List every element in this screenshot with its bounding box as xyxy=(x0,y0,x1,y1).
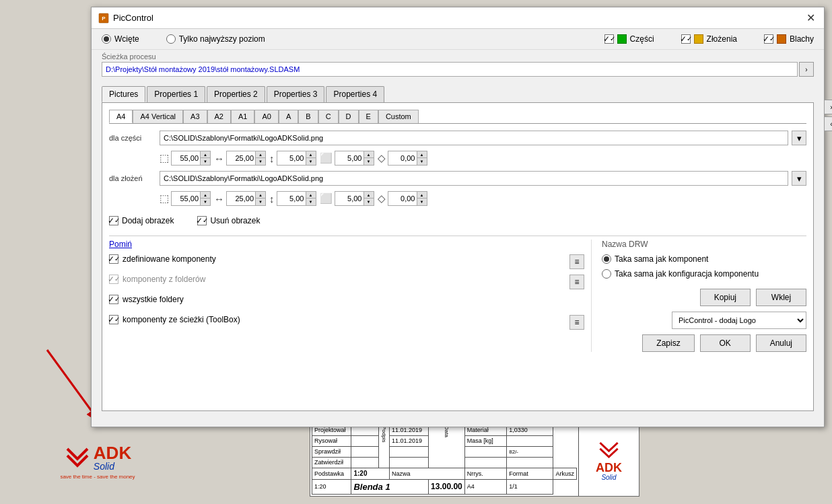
svg-text:P: P xyxy=(102,15,106,22)
zdim5-down[interactable]: ▼ xyxy=(417,199,427,205)
zdim3-up[interactable]: ▲ xyxy=(306,192,316,199)
drw-option1[interactable]: Taka sama jak komponent xyxy=(602,254,806,264)
dodaj-obrazek-checkbox[interactable]: ✓ xyxy=(109,216,118,225)
dim2-down[interactable]: ▼ xyxy=(256,158,265,165)
zdim3-spinner[interactable]: ▲ ▼ xyxy=(277,191,316,206)
format-tab-b[interactable]: B xyxy=(298,110,318,123)
toolbox-checkbox[interactable]: ✓ xyxy=(109,315,118,324)
dla-czesci-dropdown-btn[interactable]: ▾ xyxy=(792,131,806,145)
dim4-down[interactable]: ▼ xyxy=(364,158,374,165)
drw-radio2[interactable] xyxy=(602,269,611,279)
dim1-down[interactable]: ▼ xyxy=(201,158,210,165)
dim3-down[interactable]: ▼ xyxy=(306,158,316,165)
tab-properties2[interactable]: Properties 2 xyxy=(207,86,265,102)
dla-czesci-input[interactable] xyxy=(160,131,788,145)
usun-obrazek-checkbox[interactable]: ✓ xyxy=(197,216,207,225)
piccontrol-dropdown[interactable]: PicControl - dodaj Logo xyxy=(672,312,806,329)
wcięte-radio[interactable] xyxy=(102,34,111,44)
dim4-spinner[interactable]: ▲ ▼ xyxy=(335,151,374,166)
zdim3-input[interactable] xyxy=(277,192,306,205)
close-button[interactable]: ✕ xyxy=(804,11,817,25)
zdim1-up[interactable]: ▲ xyxy=(201,192,210,199)
drw-radio1[interactable] xyxy=(602,254,611,264)
zdim4-down[interactable]: ▼ xyxy=(364,199,374,205)
zdim1-down[interactable]: ▼ xyxy=(201,199,210,205)
wklej-button[interactable]: Wklej xyxy=(756,289,806,306)
foldery-checkbox[interactable]: ✓ xyxy=(109,275,118,284)
zdefiniowane-checkbox[interactable]: ✓ xyxy=(109,254,118,264)
blachy-checkbox-group[interactable]: ✓ Blachy xyxy=(764,34,814,44)
dim1-spinner[interactable]: ▲ ▼ xyxy=(171,151,211,166)
tab-properties3[interactable]: Properties 3 xyxy=(267,86,325,102)
dim2-item: ↔ ▲ ▼ xyxy=(214,151,266,166)
zdim5-item: ◇ ▲ ▼ xyxy=(378,191,427,206)
format-tab-a0[interactable]: A0 xyxy=(254,110,278,123)
dim2-spinner[interactable]: ▲ ▼ xyxy=(226,151,266,166)
format-tab-a2[interactable]: A2 xyxy=(207,110,231,123)
dim5-input[interactable] xyxy=(388,151,417,165)
dim3-up[interactable]: ▲ xyxy=(306,151,316,158)
side-nav-btn1[interactable]: › xyxy=(824,100,832,114)
zdim4-up[interactable]: ▲ xyxy=(364,192,374,199)
format-tab-c[interactable]: C xyxy=(318,110,339,123)
dim2-up[interactable]: ▲ xyxy=(256,151,265,158)
wszystkie-checkbox[interactable]: ✓ xyxy=(109,295,118,304)
zdim5-up[interactable]: ▲ xyxy=(417,192,427,199)
side-nav-btn2[interactable]: ‹ xyxy=(824,116,832,131)
format-tab-a1[interactable]: A1 xyxy=(231,110,254,123)
kopiuj-button[interactable]: Kopiuj xyxy=(700,289,751,306)
tab-properties4[interactable]: Properties 4 xyxy=(326,86,384,102)
czesci-checkbox[interactable]: ✓ xyxy=(604,34,614,44)
format-tab-e[interactable]: E xyxy=(359,110,378,123)
blachy-checkbox[interactable]: ✓ xyxy=(764,34,773,44)
zdim5-spinner[interactable]: ▲ ▼ xyxy=(388,191,427,206)
dim5-up[interactable]: ▲ xyxy=(417,151,427,158)
dim1-up[interactable]: ▲ xyxy=(201,151,210,158)
ok-button[interactable]: OK xyxy=(700,334,751,352)
tylko-najwyższy-option[interactable]: Tylko najwyższy poziom xyxy=(166,34,265,44)
zdim3-down[interactable]: ▼ xyxy=(306,199,316,205)
zlozenia-checkbox[interactable]: ✓ xyxy=(681,34,691,44)
zdim5-input[interactable] xyxy=(388,192,417,205)
wcięte-option[interactable]: Wcięte xyxy=(102,34,139,44)
format-tab-custom[interactable]: Custom xyxy=(378,110,419,123)
zdim1-input[interactable] xyxy=(172,192,200,205)
path-nav-button[interactable]: › xyxy=(799,62,814,77)
format-tab-a4v[interactable]: A4 Vertical xyxy=(133,110,183,123)
dim2-input[interactable] xyxy=(227,151,255,165)
zdefiniowane-list-btn[interactable]: ≡ xyxy=(569,254,584,269)
tab-properties1[interactable]: Properties 1 xyxy=(147,86,205,102)
path-input[interactable] xyxy=(102,62,798,77)
dim1-input[interactable] xyxy=(172,151,200,165)
format-tab-d[interactable]: D xyxy=(339,110,359,123)
dim4-input[interactable] xyxy=(335,151,363,165)
zlozenia-checkbox-group[interactable]: ✓ Złożenia xyxy=(681,34,737,44)
dla-zlozen-input[interactable] xyxy=(160,171,788,186)
format-tab-a[interactable]: A xyxy=(279,110,298,123)
format-tab-a3[interactable]: A3 xyxy=(183,110,207,123)
zdim4-spinner[interactable]: ▲ ▼ xyxy=(335,191,374,206)
tylko-najwyższy-radio[interactable] xyxy=(166,34,176,44)
zdim2-up[interactable]: ▲ xyxy=(256,192,265,199)
toolbox-list-btn[interactable]: ≡ xyxy=(569,315,584,330)
zdim4-input[interactable] xyxy=(335,192,363,205)
dla-zlozen-dropdown-btn[interactable]: ▾ xyxy=(792,171,806,186)
dim5-spinner[interactable]: ▲ ▼ xyxy=(388,151,427,166)
zdim1-spinner[interactable]: ▲ ▼ xyxy=(171,191,211,206)
zapisz-button[interactable]: Zapisz xyxy=(642,334,694,352)
dim3-spinner[interactable]: ▲ ▼ xyxy=(277,151,316,166)
tab-pictures[interactable]: Pictures xyxy=(102,86,145,102)
dla-czesci-dims: ⬚ ▲ ▼ ↔ xyxy=(160,151,806,166)
foldery-list-btn[interactable]: ≡ xyxy=(569,275,584,289)
dim5-down[interactable]: ▼ xyxy=(417,158,427,165)
zdim2-down[interactable]: ▼ xyxy=(256,199,265,205)
czesci-checkbox-group[interactable]: ✓ Części xyxy=(604,34,654,44)
drw-option2[interactable]: Taka sama jak konfiguracja komponentu xyxy=(602,269,806,279)
zdim2-spinner[interactable]: ▲ ▼ xyxy=(226,191,266,206)
anuluj-button[interactable]: Anuluj xyxy=(756,334,806,352)
dim4-up[interactable]: ▲ xyxy=(364,151,374,158)
dim4-arrows: ▲ ▼ xyxy=(363,151,374,165)
dim3-input[interactable] xyxy=(277,151,306,165)
zdim2-input[interactable] xyxy=(227,192,255,205)
format-tab-a4[interactable]: A4 xyxy=(109,110,133,123)
